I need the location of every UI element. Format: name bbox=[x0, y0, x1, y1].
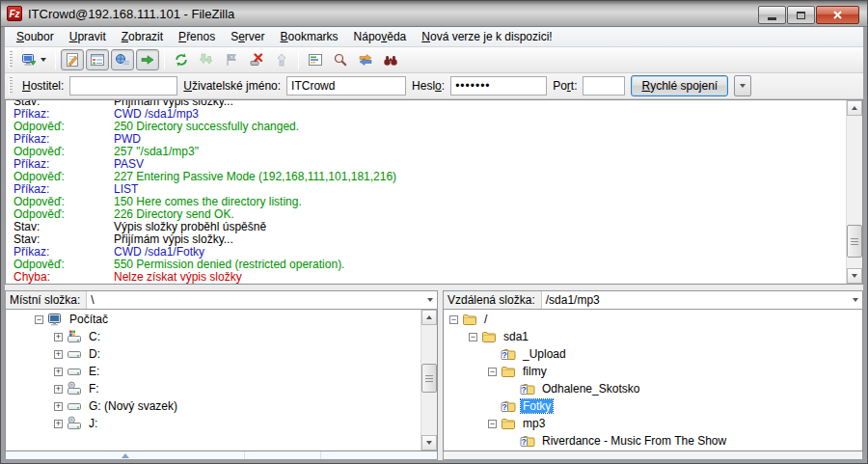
refresh-icon bbox=[174, 52, 189, 68]
menu-item-soubor[interactable]: Soubor bbox=[9, 28, 62, 45]
folder-question-icon: ? bbox=[520, 433, 536, 449]
collapse-icon[interactable]: − bbox=[469, 333, 477, 341]
log-scrollbar-thumb[interactable] bbox=[847, 225, 862, 258]
tree-item-label: _Upload bbox=[521, 347, 568, 361]
tree-item-label: J: bbox=[87, 417, 99, 430]
local-tree-item-d[interactable]: +D: bbox=[35, 345, 420, 363]
local-tree-item-po-ta[interactable]: −Počítač bbox=[35, 311, 420, 328]
remote-tree-item-mp3[interactable]: −mp3 bbox=[449, 415, 862, 432]
collapse-icon[interactable]: − bbox=[488, 420, 497, 428]
collapse-icon[interactable]: − bbox=[449, 315, 458, 324]
menu-item-bookmarks[interactable]: Bookmarks bbox=[273, 28, 346, 45]
tree-item-label: E: bbox=[87, 365, 101, 378]
tree-item-label: Odhalene_Skotsko bbox=[540, 382, 641, 396]
thumb-grip-icon bbox=[425, 375, 433, 382]
menu-bar: SouborUpravitZobrazitPřenosServerBookmar… bbox=[5, 27, 863, 47]
svg-text:?: ? bbox=[502, 402, 507, 412]
log-scrollbar[interactable] bbox=[846, 100, 862, 284]
local-tree-item-e[interactable]: +E: bbox=[35, 363, 420, 380]
remote-tree-item-fotky[interactable]: +?Fotky bbox=[449, 397, 862, 415]
menu-item-zobrazit[interactable]: Zobrazit bbox=[114, 28, 171, 45]
port-input[interactable] bbox=[583, 76, 625, 96]
collapse-icon[interactable]: − bbox=[488, 368, 497, 376]
arrow-up-icon bbox=[426, 315, 432, 319]
toolbar-site-manager-button[interactable] bbox=[17, 49, 50, 70]
remote-tree-item-sda1[interactable]: −sda1 bbox=[449, 328, 862, 345]
expand-icon[interactable]: + bbox=[54, 333, 63, 341]
scroll-down-button[interactable] bbox=[847, 268, 862, 284]
scroll-up-button[interactable] bbox=[847, 100, 862, 116]
local-tree-item-f[interactable]: +F: bbox=[35, 380, 420, 397]
local-tree-item-c[interactable]: +C: bbox=[35, 328, 420, 345]
window-title: ITCrowd@192.168.111.101 - FileZilla bbox=[28, 7, 234, 21]
compare-icon bbox=[333, 52, 348, 68]
remote-tree-item-odhalene-skotsko[interactable]: +?Odhalene_Skotsko bbox=[449, 380, 862, 397]
tree-item-label: / bbox=[482, 313, 489, 326]
scroll-down-button[interactable] bbox=[421, 435, 437, 450]
quickconnect-button[interactable]: Rychlé spojení bbox=[631, 75, 728, 96]
toolbar-disconnect-button[interactable] bbox=[245, 49, 268, 70]
toolbar-find-button[interactable] bbox=[379, 49, 402, 70]
scroll-up-button[interactable] bbox=[421, 310, 437, 325]
expand-icon[interactable]: + bbox=[54, 368, 63, 376]
quickconnect-gripper[interactable] bbox=[9, 77, 13, 95]
menu-item-nov-verze-je-k-dispozici[interactable]: Nová verze je k dispozici! bbox=[414, 28, 559, 45]
site-manager-icon bbox=[21, 52, 37, 68]
toolbar-toggle-remote-tree-button[interactable] bbox=[111, 49, 134, 70]
toolbar-toggle-queue-button[interactable] bbox=[136, 49, 159, 70]
toolbar-sync-browse-button[interactable] bbox=[354, 49, 377, 70]
remote-pane: Vzdálená složka: /sda1/mp3 −/−sda1+?_Upl… bbox=[443, 290, 863, 460]
local-scrollbar-thumb[interactable] bbox=[421, 364, 437, 393]
expand-icon[interactable]: + bbox=[54, 385, 63, 394]
tree-item-label: filmy bbox=[521, 365, 549, 378]
expand-icon[interactable]: + bbox=[54, 402, 63, 411]
remote-tree-item-upload[interactable]: +?_Upload bbox=[449, 345, 862, 363]
collapse-icon[interactable]: − bbox=[35, 315, 43, 324]
menu-item-p-enos[interactable]: Přenos bbox=[171, 28, 223, 45]
drive-icon bbox=[67, 346, 83, 362]
remote-folder-combobox[interactable]: /sda1/mp3 bbox=[542, 291, 862, 309]
menu-item-server[interactable]: Server bbox=[223, 28, 272, 45]
quickconnect-bar: Hostitel: Uživatelské jméno: Heslo: Port… bbox=[5, 73, 863, 99]
expand-icon[interactable]: + bbox=[54, 350, 63, 359]
toolbar-compare-button[interactable] bbox=[329, 49, 352, 70]
folder-question-icon: ? bbox=[501, 346, 517, 362]
local-tree-item-j[interactable]: +J: bbox=[35, 415, 420, 432]
local-folder-combobox[interactable]: \ bbox=[87, 291, 437, 309]
file-list-header[interactable] bbox=[5, 451, 438, 460]
port-label: Port: bbox=[553, 79, 577, 93]
quickconnect-dropdown-button[interactable] bbox=[734, 75, 751, 96]
remote-combo-arrow-button[interactable] bbox=[848, 291, 862, 309]
local-combo-arrow-button[interactable] bbox=[422, 291, 437, 309]
toolbar-refresh-button[interactable] bbox=[170, 49, 193, 70]
expand-icon[interactable]: + bbox=[54, 420, 63, 428]
local-tree-item-g-nov-svazek[interactable]: +G: (Nový svazek) bbox=[35, 397, 420, 415]
close-button[interactable] bbox=[816, 6, 859, 24]
local-folder-path: \ bbox=[87, 293, 422, 307]
log-row: Chyba:Nelze získat výpis složky bbox=[14, 271, 846, 284]
folder-icon bbox=[501, 416, 517, 431]
log-message: PASV bbox=[114, 157, 144, 171]
toolbar-gripper[interactable] bbox=[9, 51, 13, 68]
arrow-up-icon bbox=[852, 106, 857, 110]
minimize-button[interactable] bbox=[758, 6, 786, 24]
toolbar-cancel-button[interactable] bbox=[220, 49, 243, 70]
remote-tree-item-filmy[interactable]: −filmy bbox=[449, 363, 862, 380]
remote-tree-item-[interactable]: −/ bbox=[449, 311, 862, 328]
maximize-button[interactable] bbox=[787, 6, 815, 24]
toolbar-reconnect-button[interactable] bbox=[270, 49, 293, 70]
password-label: Heslo: bbox=[412, 79, 445, 93]
local-tree-scrollbar[interactable] bbox=[420, 310, 437, 450]
toolbar-toggle-local-tree-button[interactable] bbox=[86, 49, 109, 70]
password-input[interactable] bbox=[450, 76, 547, 96]
toolbar-process-queue-button[interactable] bbox=[195, 49, 218, 70]
folder-icon bbox=[462, 312, 478, 327]
remote-tree-item-riverdance-music-from-the-show[interactable]: +?Riverdance - Music From The Show bbox=[449, 432, 862, 450]
menu-item-upravit[interactable]: Upravit bbox=[62, 28, 114, 45]
toolbar-toggle-log-button[interactable] bbox=[61, 49, 84, 70]
chevron-down-icon bbox=[740, 84, 746, 88]
username-input[interactable] bbox=[286, 76, 406, 96]
host-input[interactable] bbox=[69, 76, 177, 96]
menu-item-n-pov-da[interactable]: Nápověda bbox=[346, 28, 415, 45]
toolbar-filter-button[interactable] bbox=[304, 49, 327, 70]
